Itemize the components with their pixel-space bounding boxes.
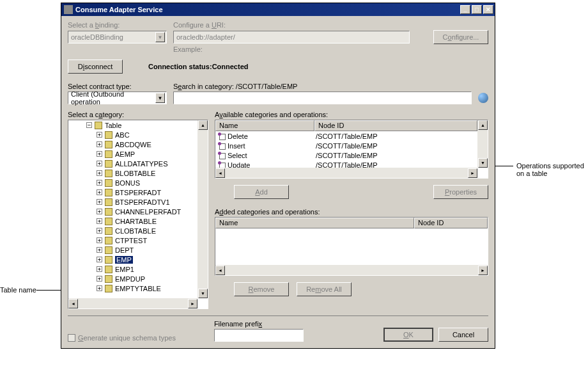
cancel-button[interactable]: Cancel xyxy=(438,328,488,342)
added-operations-list[interactable]: Name Node ID ◄ ► xyxy=(215,217,488,276)
list-item[interactable]: Delete/SCOTT/Table/EMP xyxy=(215,131,477,141)
dropdown-icon: ▼ xyxy=(155,93,165,103)
tree-expand-icon[interactable]: + xyxy=(97,285,102,291)
callout-ops-l2: on a table xyxy=(516,170,547,177)
tree-collapse-icon[interactable]: − xyxy=(86,122,92,128)
tree-item-label: CHANNELPERFADT xyxy=(115,208,181,216)
dropdown-icon: ▼ xyxy=(155,32,165,42)
tree-item-label: BONUS xyxy=(115,179,140,187)
scrollbar-track-h[interactable] xyxy=(78,299,188,308)
table-icon xyxy=(105,266,112,273)
col-nodeid[interactable]: Node ID xyxy=(314,120,477,131)
tree-expand-icon[interactable]: + xyxy=(97,266,102,272)
tree-item[interactable]: +AEMP xyxy=(68,149,197,159)
configure-button[interactable]: Configure... xyxy=(433,30,488,44)
scroll-left-icon[interactable]: ◄ xyxy=(215,168,225,178)
scrollbar-track-v[interactable] xyxy=(198,130,208,289)
scroll-down-icon[interactable]: ▼ xyxy=(478,158,488,168)
consume-adapter-dialog: Consume Adapter Service _ □ ✕ Select a b… xyxy=(61,3,495,349)
callout-ops-l1: Operations supported xyxy=(516,162,584,170)
tree-expand-icon[interactable]: + xyxy=(97,276,102,282)
tree-expand-icon[interactable]: + xyxy=(97,209,102,214)
tree-expand-icon[interactable]: + xyxy=(97,199,102,205)
tree-item-label: BTSPERFADT xyxy=(115,189,161,196)
tree-item[interactable]: +EMPDUP xyxy=(68,274,197,283)
list-item[interactable]: Update/SCOTT/Table/EMP xyxy=(215,160,477,168)
contract-combo[interactable]: Client (Outbound operation ▼ xyxy=(68,92,167,104)
list-item[interactable]: Select/SCOTT/Table/EMP xyxy=(215,150,477,160)
remove-button[interactable]: Remove xyxy=(234,282,289,296)
search-globe-icon[interactable] xyxy=(478,93,488,103)
scroll-right-icon[interactable]: ► xyxy=(468,168,477,178)
scroll-up-icon[interactable]: ▲ xyxy=(478,120,488,130)
tree-expand-icon[interactable]: + xyxy=(97,247,102,253)
tree-expand-icon[interactable]: + xyxy=(97,161,102,166)
tree-expand-icon[interactable]: + xyxy=(97,170,102,176)
gen-unique-checkbox[interactable] xyxy=(68,334,75,342)
properties-button[interactable]: Properties xyxy=(433,185,488,199)
available-operations-list[interactable]: Name Node ID Delete/SCOTT/Table/EMPInser… xyxy=(215,120,488,179)
tree-item[interactable]: +BTSPERFADT xyxy=(68,188,197,197)
filename-prefix-input[interactable] xyxy=(214,329,304,342)
tree-expand-icon[interactable]: + xyxy=(97,228,102,234)
scrollbar-track-v[interactable] xyxy=(478,130,488,158)
titlebar[interactable]: Consume Adapter Service _ □ ✕ xyxy=(61,3,495,16)
maximize-button[interactable]: □ xyxy=(472,5,482,14)
col-nodeid[interactable]: Node ID xyxy=(414,218,488,228)
search-input[interactable] xyxy=(173,92,472,104)
tree-item[interactable]: +BLOBTABLE xyxy=(68,168,197,178)
tree-item[interactable]: +ABCDQWE xyxy=(68,140,197,149)
tree-item[interactable]: +BTSPERFADTV1 xyxy=(68,197,197,207)
table-icon xyxy=(105,141,112,148)
tree-item[interactable]: +ABC xyxy=(68,130,197,140)
tree-item[interactable]: +CLOBTABLE xyxy=(68,226,197,235)
scroll-right-icon[interactable]: ► xyxy=(478,266,488,275)
tree-expand-icon[interactable]: + xyxy=(97,189,102,195)
tree-item[interactable]: +DEPT xyxy=(68,245,197,255)
tree-item[interactable]: +CTPTEST xyxy=(68,235,197,245)
tree-expand-icon[interactable]: + xyxy=(97,237,102,243)
scroll-left-icon[interactable]: ◄ xyxy=(215,266,225,275)
tree-item[interactable]: +EMP1 xyxy=(68,264,197,274)
table-icon xyxy=(105,189,112,196)
tree-item[interactable]: +EMP xyxy=(68,255,197,264)
tree-item[interactable]: +BONUS xyxy=(68,178,197,188)
tree-expand-icon[interactable]: + xyxy=(97,132,102,138)
filename-prefix-label: Filename prefix xyxy=(214,320,304,328)
search-in-category-label: Search in category: /SCOTT/Table/EMP xyxy=(173,83,297,90)
table-icon xyxy=(105,256,112,264)
tree-item[interactable]: +ALLDATATYPES xyxy=(68,159,197,168)
tree-expand-icon[interactable]: + xyxy=(97,180,102,186)
table-icon xyxy=(105,179,112,187)
gen-unique-label: Generate unique schema types xyxy=(78,334,176,342)
scroll-down-icon[interactable]: ▼ xyxy=(198,289,208,298)
tree-expand-icon[interactable]: + xyxy=(97,218,102,224)
scrollbar-track-h[interactable] xyxy=(225,266,478,275)
operation-name: Delete xyxy=(228,132,248,140)
tree-item-label: BLOBTABLE xyxy=(115,170,155,177)
col-name[interactable]: Name xyxy=(215,218,414,228)
scrollbar-track-h[interactable] xyxy=(225,168,468,178)
scroll-right-icon[interactable]: ► xyxy=(188,299,197,308)
tree-item[interactable]: +CHARTABLE xyxy=(68,216,197,226)
minimize-button[interactable]: _ xyxy=(460,5,470,14)
scroll-left-icon[interactable]: ◄ xyxy=(68,299,78,308)
tree-expand-icon[interactable]: + xyxy=(97,141,102,147)
scroll-up-icon[interactable]: ▲ xyxy=(198,120,208,130)
tree-item[interactable]: +CHANNELPERFADT xyxy=(68,207,197,216)
uri-field[interactable]: oracledb://adapter/ xyxy=(173,31,410,44)
operation-name: Insert xyxy=(228,142,245,150)
remove-all-button[interactable]: Remove All xyxy=(297,282,352,296)
category-tree[interactable]: − Table +ABC+ABCDQWE+AEMP+ALLDATATYPES+B… xyxy=(68,120,208,309)
col-name[interactable]: Name xyxy=(215,120,314,131)
add-button[interactable]: Add xyxy=(234,185,289,199)
disconnect-button[interactable]: Disconnect xyxy=(68,60,123,74)
folder-icon xyxy=(95,122,102,129)
tree-item[interactable]: +EMPTYTABLE xyxy=(68,283,197,293)
list-item[interactable]: Insert/SCOTT/Table/EMP xyxy=(215,141,477,150)
tree-expand-icon[interactable]: + xyxy=(97,257,102,262)
binding-combo[interactable]: oracleDBBinding ▼ xyxy=(68,31,167,44)
tree-expand-icon[interactable]: + xyxy=(97,151,102,157)
close-button[interactable]: ✕ xyxy=(483,5,493,14)
ok-button[interactable]: OK xyxy=(383,328,433,342)
